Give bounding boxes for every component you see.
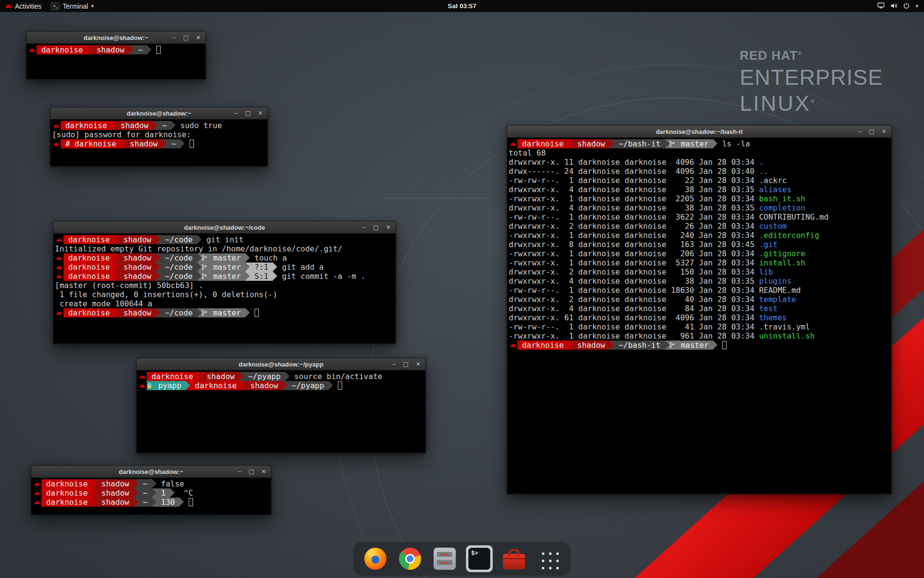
- prompt-segment: shadow: [119, 263, 156, 272]
- terminal-text: [718, 341, 722, 350]
- window-maximize-button[interactable]: □: [249, 466, 254, 477]
- terminal-line: # darknoise shadow ~: [52, 139, 268, 148]
- window-titlebar[interactable]: darknoise@shadow:~/pyapp ‒ □ ✕: [137, 358, 425, 370]
- terminal-text: drwxrwxr-x. 4 darknoise darknoise 84 Jan…: [509, 304, 759, 313]
- terminal-line: total 68: [509, 148, 891, 158]
- prompt-segment: ~: [157, 121, 171, 130]
- terminal-screen[interactable]: darknoise shadow ~ sudo true[sudo] passw…: [51, 119, 268, 166]
- window-close-button[interactable]: ✕: [882, 126, 886, 137]
- prompt-segment: shadow: [97, 479, 134, 488]
- terminal-text: [sudo] password for darknoise:: [52, 130, 196, 139]
- window-maximize-button[interactable]: □: [373, 222, 379, 233]
- window-close-button[interactable]: ✕: [386, 222, 391, 233]
- terminal-line: -rwxrwxr-x. 1 darknoise darknoise 2205 J…: [509, 194, 891, 203]
- branch-icon: [202, 310, 207, 316]
- prompt-segment: ~: [133, 45, 147, 54]
- powerline-separator-icon: [115, 308, 119, 317]
- window-titlebar[interactable]: darknoise@shadow:~ ‒ □ ✕: [51, 107, 268, 119]
- powerline-separator-icon: [156, 308, 160, 317]
- prompt-segment: shadow: [119, 272, 156, 281]
- prompt-segment: master: [202, 263, 245, 272]
- terminal-text: drwx------. 24 darknoise darknoise 4096 …: [509, 167, 759, 176]
- powerline-separator-icon: [245, 253, 250, 263]
- terminal-screen[interactable]: darknoise shadow ~: [26, 44, 205, 79]
- terminal-line: darknoise shadow ~ 130: [33, 498, 271, 507]
- prompt-segment: ~/code: [160, 235, 197, 244]
- terminal-icon: [468, 548, 490, 570]
- terminal-text: drwxrwxr-x. 2 darknoise darknoise 150 Ja…: [509, 267, 759, 276]
- powerline-separator-icon: [197, 308, 202, 317]
- terminal-dock-button[interactable]: [466, 545, 493, 572]
- powerline-separator-icon: [186, 381, 190, 390]
- prompt-segment: ~: [138, 488, 152, 498]
- clock[interactable]: Sat 03:57: [448, 2, 476, 10]
- window-maximize-button[interactable]: □: [403, 359, 409, 370]
- powerline-separator-icon: [115, 263, 119, 272]
- terminal-line: -rwxrwxr-x. 1 darknoise darknoise 206 Ja…: [509, 249, 891, 258]
- prompt-segment: ~/code: [160, 272, 197, 281]
- window-close-button[interactable]: ✕: [258, 108, 263, 119]
- system-status-area[interactable]: ▾: [877, 0, 924, 12]
- terminal-screen[interactable]: darknoise shadow ~/pyapp source bin/acti…: [137, 370, 425, 453]
- app-menu[interactable]: >_ Terminal ▾: [46, 0, 98, 12]
- prompt-segment: darknoise: [64, 308, 115, 317]
- terminal-line: -rwxrwxr-x. 1 darknoise darknoise 961 Ja…: [509, 331, 891, 341]
- window-close-button[interactable]: ✕: [416, 359, 421, 370]
- prompt-segment: shadow: [119, 253, 156, 263]
- window-minimize-button[interactable]: ‒: [362, 222, 366, 233]
- powerline-separator-icon: [197, 263, 202, 272]
- app-grid-dock-button[interactable]: [535, 545, 562, 572]
- firefox-dock-button[interactable]: [362, 545, 389, 572]
- powerline-separator-icon: [241, 381, 245, 390]
- prompt-segment: darknoise: [64, 263, 115, 272]
- window-minimize-button[interactable]: ‒: [392, 359, 396, 370]
- prompt-segment: master: [202, 253, 245, 263]
- terminal-line: -rwxrwxr-x. 1 darknoise darknoise 240 Ja…: [509, 231, 891, 240]
- window-close-button[interactable]: ✕: [196, 32, 201, 43]
- window-maximize-button[interactable]: □: [183, 32, 189, 43]
- terminal-text: drwxrwxr-x. 11 darknoise darknoise 4096 …: [509, 158, 759, 167]
- terminal-text: .git: [759, 240, 778, 249]
- terminal-screen[interactable]: darknoise shadow ~ false darknoise shado…: [31, 478, 271, 514]
- redhat-prompt-icon: [28, 45, 37, 54]
- window-titlebar[interactable]: darknoise@shadow:~ ‒ □ ✕: [31, 466, 271, 478]
- terminal-line: drwxrwxr-x. 8 darknoise darknoise 163 Ja…: [509, 240, 891, 249]
- prompt-segment: ~: [138, 498, 152, 507]
- terminal-text: -rw-rw-r--. 1 darknoise darknoise 22 Jan…: [509, 176, 759, 185]
- window-titlebar[interactable]: darknoise@shadow:~/bash-it ‒ □ ✕: [507, 126, 891, 138]
- window-minimize-button[interactable]: ‒: [172, 32, 176, 43]
- prompt-segment: darknoise: [37, 45, 88, 54]
- prompt-segment: shadow: [92, 45, 129, 54]
- toolbox-dock-button[interactable]: [500, 545, 527, 572]
- prompt-segment: S:1: [250, 272, 273, 281]
- window-maximize-button[interactable]: □: [245, 108, 251, 119]
- powerline-separator-icon: [273, 272, 277, 281]
- terminal-screen[interactable]: darknoise shadow ~/code git initInitiali…: [53, 234, 396, 343]
- branch-icon: [202, 264, 207, 270]
- files-dock-button[interactable]: [431, 545, 458, 572]
- terminal-line: drwxrwxr-x. 4 darknoise darknoise 38 Jan…: [509, 203, 891, 212]
- activities-button[interactable]: Activities: [0, 0, 46, 12]
- terminal-text: -rw-rw-r--. 1 darknoise darknoise 3622 J…: [509, 212, 759, 222]
- toolbox-icon: [503, 554, 525, 569]
- window-titlebar[interactable]: darknoise@shadow:~/code ‒ □ ✕: [53, 222, 396, 234]
- chrome-dock-button[interactable]: [397, 545, 424, 572]
- terminal-line: darknoise shadow ~ 1 ^C: [33, 488, 271, 498]
- terminal-line: -rw-rw-r--. 1 darknoise darknoise 41 Jan…: [509, 322, 891, 331]
- window-close-button[interactable]: ✕: [261, 466, 266, 477]
- app-grid-icon: [538, 548, 559, 569]
- powerline-separator-icon: [245, 308, 250, 317]
- window-minimize-button[interactable]: ‒: [234, 108, 238, 119]
- window-minimize-button[interactable]: ‒: [858, 126, 862, 137]
- prompt-segment: ?:1: [250, 263, 273, 272]
- window-maximize-button[interactable]: □: [869, 126, 874, 137]
- powerline-separator-icon: [610, 139, 614, 148]
- terminal-cursor: [338, 381, 342, 390]
- terminal-screen[interactable]: darknoise shadow ~/bash-it master ls -la…: [507, 138, 891, 494]
- window-titlebar[interactable]: darknoise@shadow:~ ‒ □ ✕: [26, 32, 205, 44]
- powerline-separator-icon: [282, 381, 287, 390]
- window-minimize-button[interactable]: ‒: [238, 466, 242, 477]
- powerline-separator-icon: [273, 263, 277, 272]
- powerline-separator-icon: [115, 253, 119, 263]
- terminal-line: drwxrwxr-x. 4 darknoise darknoise 38 Jan…: [509, 185, 891, 194]
